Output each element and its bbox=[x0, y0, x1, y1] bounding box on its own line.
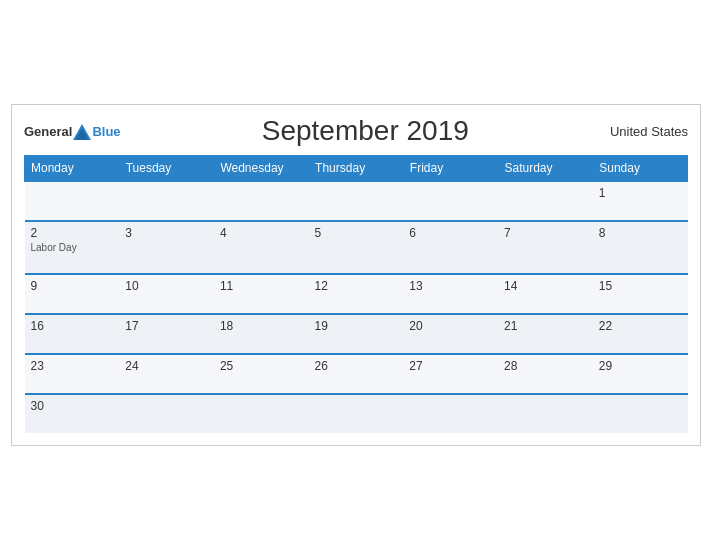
calendar-cell: 13 bbox=[403, 274, 498, 314]
calendar-cell: 21 bbox=[498, 314, 593, 354]
calendar-cell bbox=[403, 394, 498, 433]
calendar-cell: 2Labor Day bbox=[25, 221, 120, 274]
day-number: 29 bbox=[599, 359, 682, 373]
calendar-cell: 12 bbox=[309, 274, 404, 314]
weekday-header-friday: Friday bbox=[403, 156, 498, 182]
day-number: 6 bbox=[409, 226, 492, 240]
calendar-cell: 30 bbox=[25, 394, 120, 433]
calendar-cell bbox=[403, 181, 498, 221]
calendar-cell: 9 bbox=[25, 274, 120, 314]
day-number: 28 bbox=[504, 359, 587, 373]
week-row-2: 9101112131415 bbox=[25, 274, 688, 314]
day-number: 26 bbox=[315, 359, 398, 373]
day-number: 17 bbox=[125, 319, 208, 333]
calendar-cell bbox=[214, 181, 309, 221]
calendar-cell: 20 bbox=[403, 314, 498, 354]
day-number: 7 bbox=[504, 226, 587, 240]
logo-blue-text: Blue bbox=[92, 124, 120, 139]
calendar-header: General Blue September 2019 United State… bbox=[24, 115, 688, 147]
calendar-cell: 23 bbox=[25, 354, 120, 394]
calendar-cell bbox=[498, 394, 593, 433]
day-number: 10 bbox=[125, 279, 208, 293]
week-row-5: 30 bbox=[25, 394, 688, 433]
day-number: 5 bbox=[315, 226, 398, 240]
day-number: 16 bbox=[31, 319, 114, 333]
week-row-1: 2Labor Day345678 bbox=[25, 221, 688, 274]
day-number: 11 bbox=[220, 279, 303, 293]
calendar-cell: 26 bbox=[309, 354, 404, 394]
weekday-header-wednesday: Wednesday bbox=[214, 156, 309, 182]
calendar-cell: 17 bbox=[119, 314, 214, 354]
day-number: 3 bbox=[125, 226, 208, 240]
logo: General Blue bbox=[24, 123, 121, 139]
weekday-header-tuesday: Tuesday bbox=[119, 156, 214, 182]
day-number: 25 bbox=[220, 359, 303, 373]
day-number: 15 bbox=[599, 279, 682, 293]
weekday-header-sunday: Sunday bbox=[593, 156, 688, 182]
logo-general-text: General bbox=[24, 124, 72, 139]
calendar-grid: MondayTuesdayWednesdayThursdayFridaySatu… bbox=[24, 155, 688, 433]
calendar-cell bbox=[309, 394, 404, 433]
day-number: 30 bbox=[31, 399, 114, 413]
day-number: 8 bbox=[599, 226, 682, 240]
logo-icon bbox=[73, 124, 91, 140]
calendar-cell bbox=[119, 181, 214, 221]
day-number: 24 bbox=[125, 359, 208, 373]
calendar-cell: 27 bbox=[403, 354, 498, 394]
calendar-cell: 8 bbox=[593, 221, 688, 274]
week-row-3: 16171819202122 bbox=[25, 314, 688, 354]
day-number: 1 bbox=[599, 186, 682, 200]
calendar-cell bbox=[593, 394, 688, 433]
week-row-0: 1 bbox=[25, 181, 688, 221]
calendar-cell: 4 bbox=[214, 221, 309, 274]
day-event: Labor Day bbox=[31, 242, 114, 253]
calendar-cell: 19 bbox=[309, 314, 404, 354]
calendar-title: September 2019 bbox=[121, 115, 610, 147]
day-number: 20 bbox=[409, 319, 492, 333]
day-number: 22 bbox=[599, 319, 682, 333]
weekday-header-saturday: Saturday bbox=[498, 156, 593, 182]
calendar-cell: 3 bbox=[119, 221, 214, 274]
day-number: 9 bbox=[31, 279, 114, 293]
country-label: United States bbox=[610, 124, 688, 139]
calendar-cell: 25 bbox=[214, 354, 309, 394]
calendar-cell: 10 bbox=[119, 274, 214, 314]
day-number: 2 bbox=[31, 226, 114, 240]
day-number: 21 bbox=[504, 319, 587, 333]
calendar-cell: 18 bbox=[214, 314, 309, 354]
weekday-header-monday: Monday bbox=[25, 156, 120, 182]
calendar-cell: 24 bbox=[119, 354, 214, 394]
calendar-cell: 16 bbox=[25, 314, 120, 354]
calendar-cell: 1 bbox=[593, 181, 688, 221]
calendar-cell: 29 bbox=[593, 354, 688, 394]
calendar-cell: 7 bbox=[498, 221, 593, 274]
day-number: 14 bbox=[504, 279, 587, 293]
calendar-container: General Blue September 2019 United State… bbox=[11, 104, 701, 446]
day-number: 19 bbox=[315, 319, 398, 333]
day-number: 4 bbox=[220, 226, 303, 240]
calendar-cell bbox=[498, 181, 593, 221]
calendar-cell: 5 bbox=[309, 221, 404, 274]
calendar-cell: 22 bbox=[593, 314, 688, 354]
calendar-cell bbox=[309, 181, 404, 221]
day-number: 27 bbox=[409, 359, 492, 373]
calendar-cell bbox=[119, 394, 214, 433]
calendar-cell: 14 bbox=[498, 274, 593, 314]
calendar-cell bbox=[25, 181, 120, 221]
week-row-4: 23242526272829 bbox=[25, 354, 688, 394]
weekday-header-row: MondayTuesdayWednesdayThursdayFridaySatu… bbox=[25, 156, 688, 182]
calendar-cell: 15 bbox=[593, 274, 688, 314]
weekday-header-thursday: Thursday bbox=[309, 156, 404, 182]
calendar-cell: 11 bbox=[214, 274, 309, 314]
calendar-cell: 28 bbox=[498, 354, 593, 394]
day-number: 18 bbox=[220, 319, 303, 333]
day-number: 23 bbox=[31, 359, 114, 373]
day-number: 13 bbox=[409, 279, 492, 293]
calendar-cell bbox=[214, 394, 309, 433]
calendar-cell: 6 bbox=[403, 221, 498, 274]
day-number: 12 bbox=[315, 279, 398, 293]
